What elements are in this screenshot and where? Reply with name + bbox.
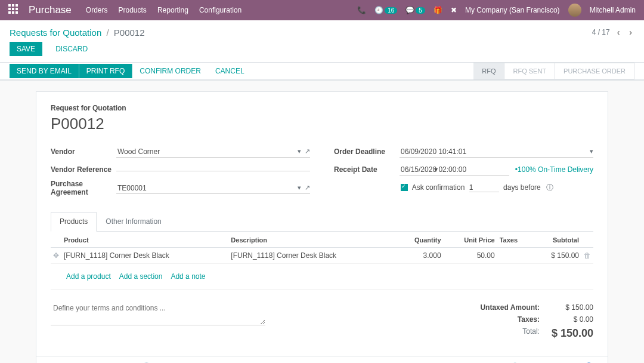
cell-qty[interactable]: 3.000: [396, 248, 444, 264]
ask-confirmation-checkbox[interactable]: [401, 184, 408, 191]
ask-confirmation-label: Ask confirmation: [412, 183, 465, 192]
untaxed-label: Untaxed Amount:: [414, 303, 540, 312]
form-title: P00012: [51, 115, 593, 133]
breadcrumb-current: P00012: [114, 27, 145, 38]
workflow-row: SEND BY EMAIL PRINT RFQ CONFIRM ORDER CA…: [0, 62, 644, 80]
activity-icon[interactable]: 🕘16: [374, 6, 397, 14]
pager-prev[interactable]: ‹: [615, 26, 623, 38]
label-vendor: Vendor: [51, 147, 116, 156]
taxes-value: $ 0.00: [540, 315, 593, 324]
deadline-field[interactable]: 06/09/2020 10:41:01 ▾: [400, 146, 593, 158]
label-deadline: Order Deadline: [334, 147, 400, 156]
form-title-label: Request for Quotation: [51, 104, 593, 112]
total-label: Total:: [414, 327, 540, 340]
nav-products[interactable]: Products: [119, 6, 147, 14]
add-section-link[interactable]: Add a section: [119, 272, 163, 281]
status-rfq-sent[interactable]: RFQ SENT: [504, 63, 555, 79]
col-quantity: Quantity: [396, 233, 444, 248]
nav-configuration[interactable]: Configuration: [199, 6, 242, 14]
external-link-icon[interactable]: ↗: [305, 147, 310, 155]
phone-icon[interactable]: 📞: [357, 6, 366, 14]
print-rfq-button[interactable]: PRINT RFQ: [79, 64, 132, 78]
vendor-ref-field[interactable]: [116, 168, 310, 171]
taxes-label: Taxes:: [414, 315, 540, 324]
breadcrumb-parent[interactable]: Requests for Quotation: [10, 27, 101, 38]
chevron-down-icon[interactable]: ▾: [298, 184, 301, 192]
totals: Untaxed Amount: $ 150.00 Taxes: $ 0.00 T…: [414, 302, 593, 342]
nav-reporting[interactable]: Reporting: [157, 6, 188, 14]
label-receipt: Receipt Date: [334, 165, 400, 174]
avatar[interactable]: [568, 4, 581, 17]
col-subtotal: Subtotal: [532, 233, 581, 248]
chatter: Send message Log note 🕘 Schedule activit…: [36, 356, 608, 363]
cell-unit-price[interactable]: 50.00: [444, 248, 497, 264]
cell-product[interactable]: [FURN_1118] Corner Desk Black: [61, 248, 228, 264]
pager: 4 / 17 ‹ ›: [592, 26, 634, 38]
chevron-down-icon[interactable]: ▾: [298, 147, 301, 155]
send-email-button[interactable]: SEND BY EMAIL: [10, 64, 79, 78]
save-button[interactable]: SAVE: [10, 42, 42, 56]
untaxed-value: $ 150.00: [540, 303, 593, 312]
apps-icon[interactable]: [8, 4, 20, 16]
col-unit-price: Unit Price: [444, 233, 497, 248]
tabs: Products Other Information: [51, 212, 593, 232]
ontime-delivery-badge: •100% On-Time Delivery: [515, 165, 593, 174]
days-before-label: days before: [503, 183, 541, 192]
company-selector[interactable]: My Company (San Francisco): [465, 6, 560, 14]
messages-badge: 5: [416, 7, 425, 14]
cell-description[interactable]: [FURN_1118] Corner Desk Black: [228, 248, 395, 264]
messages-icon[interactable]: 💬5: [405, 6, 425, 14]
chevron-down-icon[interactable]: ▾: [590, 147, 593, 155]
label-agreement: Purchase Agreement: [51, 180, 116, 196]
cell-subtotal: $ 150.00: [532, 248, 581, 264]
pager-text: 4 / 17: [592, 28, 610, 36]
col-description: Description: [228, 233, 395, 248]
order-lines-table: Product Description Quantity Unit Price …: [51, 233, 593, 290]
top-navbar: Purchase Orders Products Reporting Confi…: [0, 0, 644, 20]
cell-taxes[interactable]: [497, 248, 532, 264]
user-name[interactable]: Mitchell Admin: [590, 6, 636, 14]
brand-title[interactable]: Purchase: [29, 4, 72, 16]
activity-badge: 16: [385, 7, 397, 14]
nav-orders[interactable]: Orders: [86, 6, 108, 14]
info-icon[interactable]: ⓘ: [546, 183, 553, 192]
delete-row-icon[interactable]: 🗑: [581, 248, 593, 264]
discard-button[interactable]: DISCARD: [48, 42, 95, 56]
status-purchase-order[interactable]: PURCHASE ORDER: [555, 63, 634, 79]
status-rfq[interactable]: RFQ: [473, 63, 504, 79]
gift-icon[interactable]: 🎁: [434, 6, 442, 14]
confirm-order-button[interactable]: CONFIRM ORDER: [132, 64, 208, 78]
tools-icon[interactable]: ✖: [451, 6, 457, 14]
tab-other-information[interactable]: Other Information: [97, 212, 170, 231]
control-panel: Requests for Quotation / P00012 4 / 17 ‹…: [0, 20, 644, 81]
chevron-down-icon[interactable]: ▾: [434, 165, 438, 174]
col-product: Product: [61, 233, 228, 248]
total-value: $ 150.00: [540, 327, 593, 340]
form-sheet: Request for Quotation P00012 Vendor Wood…: [36, 91, 608, 356]
add-product-link[interactable]: Add a product: [66, 272, 111, 281]
cancel-button[interactable]: CANCEL: [208, 64, 252, 78]
pager-next[interactable]: ›: [627, 26, 634, 38]
ask-confirmation-row: Ask confirmation 1 days before ⓘ: [400, 182, 593, 194]
external-link-icon[interactable]: ↗: [305, 184, 310, 192]
nav-menu: Orders Products Reporting Configuration: [86, 6, 242, 14]
agreement-field[interactable]: TE00001 ▾ ↗: [116, 183, 310, 194]
col-taxes: Taxes: [497, 233, 532, 248]
add-note-link[interactable]: Add a note: [171, 272, 205, 281]
nav-right: 📞 🕘16 💬5 🎁 ✖ My Company (San Francisco) …: [357, 4, 636, 17]
statusbar: RFQ RFQ SENT PURCHASE ORDER: [473, 63, 634, 79]
label-vendor-ref: Vendor Reference: [51, 165, 116, 174]
terms-textarea[interactable]: [51, 302, 265, 325]
receipt-field[interactable]: 06/15/2020 02:00:00 ▾: [400, 164, 509, 176]
drag-handle-icon[interactable]: ✥: [51, 248, 61, 264]
tab-products[interactable]: Products: [51, 212, 97, 232]
confirm-days-input[interactable]: 1: [469, 183, 499, 192]
table-row[interactable]: ✥ [FURN_1118] Corner Desk Black [FURN_11…: [51, 248, 593, 264]
vendor-field[interactable]: Wood Corner ▾ ↗: [116, 146, 310, 158]
breadcrumb: Requests for Quotation / P00012: [10, 27, 145, 38]
